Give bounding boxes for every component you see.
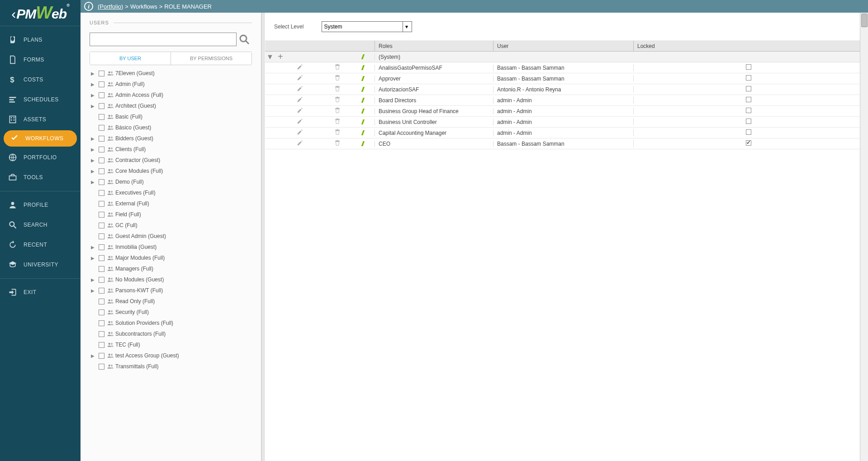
user-checkbox[interactable]: [99, 255, 104, 261]
delete-icon[interactable]: [334, 109, 341, 115]
nav-item-assets[interactable]: ASSETS: [0, 109, 81, 129]
user-checkbox[interactable]: [99, 223, 104, 228]
user-label[interactable]: Bidders (Guest): [115, 135, 153, 142]
user-checkbox[interactable]: [99, 92, 104, 98]
header-locked[interactable]: Locked: [633, 41, 860, 51]
user-checkbox[interactable]: [99, 266, 104, 272]
tab-by-user[interactable]: BY USER: [90, 52, 171, 65]
expand-caret-icon[interactable]: ▶: [90, 104, 96, 109]
nav-item-profile[interactable]: PROFILE: [0, 195, 81, 215]
scrollbar[interactable]: [860, 13, 868, 461]
collapse-caret-icon[interactable]: ▼: [265, 53, 275, 61]
edit-icon[interactable]: [297, 130, 303, 137]
edit-icon[interactable]: [297, 98, 303, 104]
user-label[interactable]: Básico (Guest): [115, 124, 151, 131]
user-label[interactable]: test Access Group (Guest): [115, 352, 179, 359]
breadcrumb-portfolio-link[interactable]: (Portfolio): [98, 3, 123, 10]
user-label[interactable]: Field (Full): [115, 211, 141, 218]
nav-item-costs[interactable]: $COSTS: [0, 70, 81, 90]
user-label[interactable]: Read Only (Full): [115, 298, 155, 304]
add-role-button[interactable]: +: [278, 52, 283, 62]
user-label[interactable]: Guest Admin (Guest): [115, 233, 166, 239]
user-label[interactable]: Solution Providers (Full): [115, 320, 173, 326]
user-label[interactable]: Security (Full): [115, 309, 149, 315]
select-level-dropdown[interactable]: System ▾: [322, 21, 412, 32]
locked-checkbox[interactable]: [746, 119, 751, 124]
delete-icon[interactable]: [334, 98, 341, 104]
user-label[interactable]: Inmobilia (Guest): [115, 244, 157, 250]
user-checkbox[interactable]: [99, 190, 104, 196]
permission-icon[interactable]: ///: [361, 119, 363, 126]
user-checkbox[interactable]: [99, 233, 104, 239]
user-checkbox[interactable]: [99, 81, 104, 87]
user-checkbox[interactable]: [99, 71, 104, 76]
nav-item-recent[interactable]: RECENT: [0, 235, 81, 255]
user-label[interactable]: Managers (Full): [115, 266, 153, 272]
nav-item-plans[interactable]: PLANS: [0, 30, 81, 50]
user-label[interactable]: Transmittals (Full): [115, 363, 159, 370]
expand-caret-icon[interactable]: ▶: [90, 353, 96, 358]
user-checkbox[interactable]: [99, 353, 104, 359]
user-label[interactable]: Demo (Full): [115, 179, 144, 185]
nav-item-university[interactable]: UNIVERSITY: [0, 255, 81, 275]
nav-item-portfolio[interactable]: PORTFOLIO: [0, 147, 81, 167]
permission-icon[interactable]: ///: [361, 64, 363, 71]
locked-checkbox[interactable]: [746, 140, 751, 146]
user-label[interactable]: GC (Full): [115, 222, 138, 228]
user-checkbox[interactable]: [99, 157, 104, 163]
user-checkbox[interactable]: [99, 309, 104, 315]
header-roles[interactable]: Roles: [375, 41, 493, 51]
permission-icon[interactable]: ///: [361, 75, 363, 82]
user-checkbox[interactable]: [99, 331, 104, 337]
locked-checkbox[interactable]: [746, 75, 751, 81]
nav-item-exit[interactable]: EXIT: [0, 282, 81, 302]
permission-icon[interactable]: ///: [361, 129, 363, 137]
user-checkbox[interactable]: [99, 103, 104, 109]
edit-icon[interactable]: [297, 87, 303, 93]
search-input[interactable]: [90, 33, 237, 46]
nav-item-tools[interactable]: TOOLS: [0, 167, 81, 187]
user-label[interactable]: Contractor (Guest): [115, 157, 160, 163]
locked-checkbox[interactable]: [746, 97, 751, 102]
delete-icon[interactable]: [334, 119, 341, 126]
expand-caret-icon[interactable]: ▶: [90, 245, 96, 250]
permission-icon[interactable]: ///: [361, 86, 363, 93]
delete-icon[interactable]: [334, 76, 341, 82]
header-user[interactable]: User: [493, 41, 633, 51]
user-checkbox[interactable]: [99, 364, 104, 370]
user-label[interactable]: External (Full): [115, 200, 149, 207]
delete-icon[interactable]: [334, 87, 341, 93]
expand-caret-icon[interactable]: ▶: [90, 93, 96, 98]
user-label[interactable]: TEC (Full): [115, 342, 140, 348]
user-label[interactable]: Architect (Guest): [115, 103, 156, 109]
locked-checkbox[interactable]: [746, 108, 751, 113]
edit-icon[interactable]: [297, 141, 303, 147]
user-label[interactable]: No Modules (Guest): [115, 276, 164, 283]
delete-icon[interactable]: [334, 141, 341, 147]
user-checkbox[interactable]: [99, 114, 104, 120]
search-button[interactable]: [237, 32, 252, 47]
user-label[interactable]: Parsons-KWT (Full): [115, 287, 163, 294]
nav-item-search[interactable]: SEARCH: [0, 215, 81, 235]
user-checkbox[interactable]: [99, 212, 104, 218]
expand-caret-icon[interactable]: ▶: [90, 180, 96, 185]
edit-icon[interactable]: [297, 109, 303, 115]
edit-icon[interactable]: [297, 119, 303, 126]
expand-caret-icon[interactable]: ▶: [90, 256, 96, 261]
user-checkbox[interactable]: [99, 288, 104, 294]
edit-icon[interactable]: [297, 76, 303, 82]
permission-icon[interactable]: ///: [361, 140, 363, 147]
user-checkbox[interactable]: [99, 125, 104, 131]
permission-icon[interactable]: ///: [361, 97, 363, 104]
info-icon[interactable]: i: [84, 2, 93, 11]
delete-icon[interactable]: [334, 130, 341, 137]
user-checkbox[interactable]: [99, 299, 104, 304]
user-checkbox[interactable]: [99, 179, 104, 185]
nav-item-forms[interactable]: FORMS: [0, 50, 81, 70]
user-label[interactable]: Admin Access (Full): [115, 92, 163, 98]
user-label[interactable]: Basic (Full): [115, 114, 142, 120]
user-checkbox[interactable]: [99, 147, 104, 152]
locked-checkbox[interactable]: [746, 64, 751, 70]
expand-caret-icon[interactable]: ▶: [90, 277, 96, 282]
expand-caret-icon[interactable]: ▶: [90, 71, 96, 76]
